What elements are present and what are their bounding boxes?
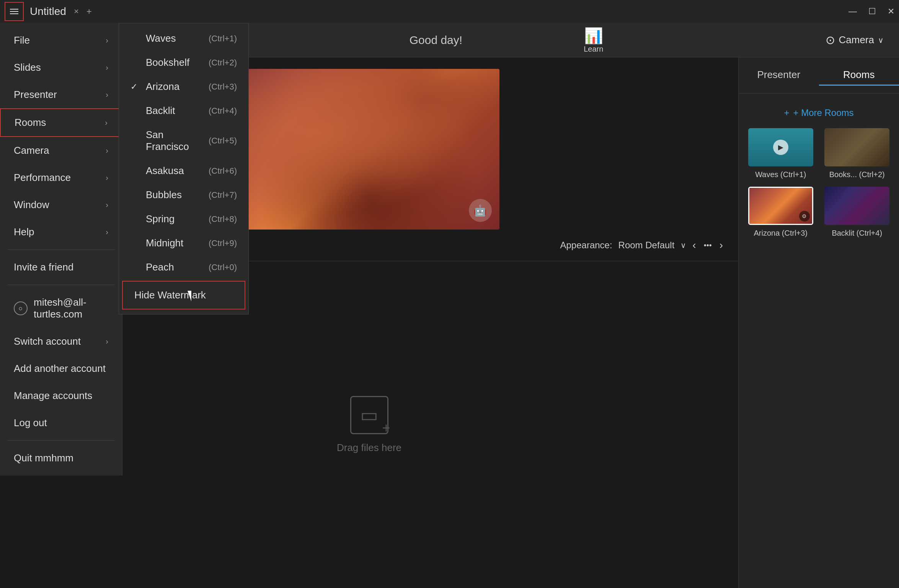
menu-item-switch-account[interactable]: Switch account › xyxy=(0,328,122,355)
appearance-dropdown-icon[interactable]: ∨ xyxy=(680,241,686,250)
title-bar: Untitled × + — ☐ ✕ xyxy=(0,0,899,23)
room-thumb-waves[interactable]: ▶ Waves (Ctrl+1) xyxy=(746,128,815,179)
menu-item-logout[interactable]: Log out xyxy=(0,409,122,437)
menu-item-window-label: Window xyxy=(14,199,49,211)
hide-watermark-button[interactable]: Hide Watermark xyxy=(122,281,245,309)
menu-item-rooms[interactable]: Rooms › xyxy=(0,108,122,137)
menu-item-window[interactable]: Window › xyxy=(0,191,122,218)
slides-chevron-icon: › xyxy=(106,63,108,72)
room-item-waves[interactable]: Waves (Ctrl+1) xyxy=(119,26,248,50)
room-thumb-waves-img: ▶ xyxy=(748,128,813,166)
file-chevron-icon: › xyxy=(106,36,108,45)
greeting-text: Good day! xyxy=(296,34,576,47)
menu-item-invite[interactable]: Invite a friend xyxy=(0,254,122,281)
room-thumb-books[interactable]: Books... (Ctrl+2) xyxy=(823,128,892,179)
backlit-background xyxy=(824,187,889,225)
room-thumb-backlit[interactable]: Backlit (Ctrl+4) xyxy=(823,187,892,238)
menu-divider-3 xyxy=(8,440,114,441)
tab-close-button[interactable]: × xyxy=(74,7,79,16)
help-chevron-icon: › xyxy=(106,228,108,236)
minimize-button[interactable]: — xyxy=(848,7,857,16)
learn-icon: 📊 xyxy=(584,27,603,45)
midnight-label: Midnight xyxy=(146,237,209,249)
close-button[interactable]: ✕ xyxy=(888,7,894,16)
camera-dropdown-icon[interactable]: ∨ xyxy=(878,36,884,45)
room-item-midnight[interactable]: Midnight (Ctrl+9) xyxy=(119,231,248,255)
menu-divider-2 xyxy=(8,285,114,285)
room-default-label: Room Default xyxy=(618,240,675,251)
peach-label: Peach xyxy=(146,261,209,273)
room-item-spring[interactable]: Spring (Ctrl+8) xyxy=(119,207,248,231)
menu-item-manage-accounts[interactable]: Manage accounts xyxy=(0,382,122,409)
bookshelf-label: Bookshelf xyxy=(146,57,209,68)
more-rooms-button[interactable]: + + More Rooms xyxy=(746,101,891,124)
tab-rooms[interactable]: Rooms xyxy=(819,65,899,86)
add-account-label: Add another account xyxy=(14,363,106,375)
app-body: Good day! 📊 Learn ⊙ Camera ∨ 🤖 xyxy=(0,23,899,588)
menu-item-performance-label: Performance xyxy=(14,172,71,184)
menu-item-file[interactable]: File › xyxy=(0,27,122,54)
right-panel: Presenter Rooms + + More Rooms xyxy=(738,57,899,588)
waves-label: Waves xyxy=(146,33,209,44)
room-thumb-arizona-img: ⚙ xyxy=(748,187,813,225)
tab-title: Untitled xyxy=(30,5,66,18)
room-thumbnails: ▶ Waves (Ctrl+1) Books... (Ctrl+2) xyxy=(746,128,891,238)
sf-shortcut: (Ctrl+5) xyxy=(209,136,237,146)
menu-item-invite-label: Invite a friend xyxy=(14,261,73,273)
presenter-chevron-icon: › xyxy=(106,90,108,99)
drop-text: Drag files here xyxy=(337,442,401,454)
drop-plus-icon: + xyxy=(382,420,390,436)
spring-label: Spring xyxy=(146,213,209,225)
menu-divider-1 xyxy=(8,249,114,250)
sf-label: San Francisco xyxy=(146,129,209,153)
room-item-bubbles[interactable]: Bubbles (Ctrl+7) xyxy=(119,183,248,207)
room-item-backlit[interactable]: Backlit (Ctrl+4) xyxy=(119,99,248,123)
switch-account-label: Switch account xyxy=(14,336,81,347)
camera-icon: ⊙ xyxy=(826,33,835,47)
menu-button[interactable] xyxy=(5,2,24,21)
menu-item-add-account[interactable]: Add another account xyxy=(0,355,122,382)
menu-item-camera[interactable]: Camera › xyxy=(0,137,122,164)
backlit-shortcut: (Ctrl+4) xyxy=(209,106,237,116)
room-thumb-arizona[interactable]: ⚙ Arizona (Ctrl+3) xyxy=(746,187,815,238)
learn-section[interactable]: 📊 Learn xyxy=(584,27,603,54)
backlit-label: Backlit xyxy=(146,105,209,117)
peach-shortcut: (Ctrl+0) xyxy=(209,262,237,272)
window-chevron-icon: › xyxy=(106,200,108,209)
room-item-asakusa[interactable]: Asakusa (Ctrl+6) xyxy=(119,159,248,183)
rooms-submenu: Waves (Ctrl+1) Bookshelf (Ctrl+2) ✓ Ariz… xyxy=(119,23,249,314)
rooms-chevron-icon: › xyxy=(105,118,108,127)
appearance-section: Appearance: Room Default ∨ ‹ ••• › xyxy=(560,239,723,251)
user-avatar: ○ xyxy=(14,301,28,315)
midnight-shortcut: (Ctrl+9) xyxy=(209,238,237,248)
hamburger-icon xyxy=(10,7,18,16)
menu-item-performance[interactable]: Performance › xyxy=(0,164,122,191)
menu-item-file-label: File xyxy=(14,34,30,46)
right-panel-tabs: Presenter Rooms xyxy=(739,57,899,94)
asakusa-label: Asakusa xyxy=(146,165,209,177)
quit-label: Quit mmhmm xyxy=(14,452,73,464)
waves-shortcut: (Ctrl+1) xyxy=(209,34,237,44)
menu-item-presenter[interactable]: Presenter › xyxy=(0,81,122,108)
drop-icon: ▭ + xyxy=(350,396,388,434)
tab-presenter[interactable]: Presenter xyxy=(739,65,819,86)
arizona-settings-icon[interactable]: ⚙ xyxy=(799,211,810,222)
books-background xyxy=(824,128,889,166)
room-item-arizona[interactable]: ✓ Arizona (Ctrl+3) xyxy=(119,75,248,99)
tab-add-button[interactable]: + xyxy=(86,6,92,17)
nav-prev-button[interactable]: ‹ xyxy=(692,239,696,251)
menu-item-slides-label: Slides xyxy=(14,62,41,73)
room-item-peach[interactable]: Peach (Ctrl+0) xyxy=(119,255,248,279)
menu-item-rooms-label: Rooms xyxy=(15,117,46,129)
camera-section[interactable]: ⊙ Camera ∨ xyxy=(826,33,884,47)
room-thumb-books-label: Books... (Ctrl+2) xyxy=(829,170,885,179)
camera-chevron-icon: › xyxy=(106,146,108,155)
maximize-button[interactable]: ☐ xyxy=(868,7,876,16)
room-item-bookshelf[interactable]: Bookshelf (Ctrl+2) xyxy=(119,50,248,75)
menu-item-quit[interactable]: Quit mmhmm xyxy=(0,445,122,472)
menu-item-help[interactable]: Help › xyxy=(0,218,122,246)
menu-item-slides[interactable]: Slides › xyxy=(0,54,122,81)
nav-next-button[interactable]: › xyxy=(720,239,723,251)
asakusa-shortcut: (Ctrl+6) xyxy=(209,166,237,176)
room-item-san-francisco[interactable]: San Francisco (Ctrl+5) xyxy=(119,123,248,159)
